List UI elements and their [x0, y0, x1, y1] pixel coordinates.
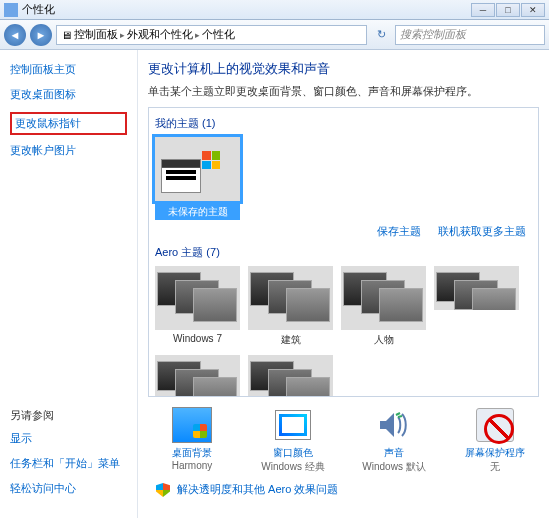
- sidebar-link-account-picture[interactable]: 更改帐户图片: [10, 143, 127, 158]
- breadcrumb-item[interactable]: 外观和个性化: [127, 27, 193, 42]
- see-also-taskbar[interactable]: 任务栏和「开始」菜单: [10, 456, 127, 471]
- window-title: 个性化: [22, 2, 471, 17]
- see-also-label: 另请参阅: [10, 408, 127, 423]
- toolbar: ◄ ► 🖥 控制面板 ▸ 外观和个性化 ▸ 个性化 ↻ 搜索控制面板: [0, 20, 549, 50]
- theme-architecture[interactable]: 建筑: [248, 266, 333, 347]
- theme-thumbnail: [248, 266, 333, 330]
- theme-caption: 建筑: [248, 333, 333, 347]
- setting-value: Harmony: [152, 460, 232, 471]
- theme-item[interactable]: [248, 355, 333, 397]
- settings-bar: 桌面背景 Harmony 窗口颜色 Windows 经典 声音 Windows …: [148, 397, 539, 478]
- search-placeholder: 搜索控制面板: [400, 27, 466, 42]
- refresh-button[interactable]: ↻: [371, 25, 391, 45]
- title-bar: 个性化 ─ □ ✕: [0, 0, 549, 20]
- troubleshoot-aero-link[interactable]: 解决透明度和其他 Aero 效果问题: [177, 483, 338, 495]
- aero-themes-label: Aero 主题 (7): [155, 245, 532, 260]
- page-subheading: 单击某个主题立即更改桌面背景、窗口颜色、声音和屏幕保护程序。: [148, 84, 539, 99]
- theme-unsaved[interactable]: 未保存的主题: [155, 137, 240, 220]
- screensaver-icon: [476, 408, 514, 442]
- setting-label: 桌面背景: [152, 446, 232, 460]
- theme-caption: Windows 7: [155, 333, 240, 344]
- sidebar-link-mouse-pointers[interactable]: 更改鼠标指针: [10, 112, 127, 135]
- setting-value: Windows 经典: [253, 460, 333, 474]
- window-color-icon: [275, 410, 311, 440]
- setting-label: 窗口颜色: [253, 446, 333, 460]
- my-themes-label: 我的主题 (1): [155, 116, 532, 131]
- setting-value: 无: [455, 460, 535, 474]
- desktop-background-button[interactable]: 桌面背景 Harmony: [152, 407, 232, 474]
- sounds-button[interactable]: 声音 Windows 默认: [354, 407, 434, 474]
- search-input[interactable]: 搜索控制面板: [395, 25, 545, 45]
- theme-thumbnail: [341, 266, 426, 330]
- breadcrumb[interactable]: 🖥 控制面板 ▸ 外观和个性化 ▸ 个性化: [56, 25, 367, 45]
- forward-button[interactable]: ►: [30, 24, 52, 46]
- breadcrumb-item[interactable]: 控制面板: [74, 27, 118, 42]
- setting-label: 屏幕保护程序: [455, 446, 535, 460]
- back-button[interactable]: ◄: [4, 24, 26, 46]
- get-more-themes-link[interactable]: 联机获取更多主题: [438, 225, 526, 237]
- maximize-button[interactable]: □: [496, 3, 520, 17]
- app-icon: [4, 3, 18, 17]
- breadcrumb-item[interactable]: 个性化: [202, 27, 235, 42]
- shield-icon: [156, 483, 170, 497]
- sidebar: 控制面板主页 更改桌面图标 更改鼠标指针 更改帐户图片 另请参阅 显示 任务栏和…: [0, 50, 138, 518]
- main-content: 更改计算机上的视觉效果和声音 单击某个主题立即更改桌面背景、窗口颜色、声音和屏幕…: [138, 50, 549, 518]
- see-also-display[interactable]: 显示: [10, 431, 127, 446]
- control-panel-home-link[interactable]: 控制面板主页: [10, 62, 127, 77]
- setting-value: Windows 默认: [354, 460, 434, 474]
- sound-icon: [374, 407, 414, 443]
- themes-panel: 我的主题 (1) 未保存的主题 保存主题 联机获取更多主题 Aero 主题 (7…: [148, 107, 539, 397]
- theme-characters[interactable]: 人物: [341, 266, 426, 347]
- troubleshoot-row: 解决透明度和其他 Aero 效果问题: [148, 478, 539, 501]
- setting-label: 声音: [354, 446, 434, 460]
- page-heading: 更改计算机上的视觉效果和声音: [148, 60, 539, 78]
- close-button[interactable]: ✕: [521, 3, 545, 17]
- desktop-background-icon: [172, 407, 212, 443]
- screensaver-button[interactable]: 屏幕保护程序 无: [455, 407, 535, 474]
- sidebar-link-desktop-icons[interactable]: 更改桌面图标: [10, 87, 127, 102]
- chevron-right-icon: ▸: [120, 30, 125, 40]
- theme-thumbnail: [434, 266, 519, 310]
- theme-thumbnail: [155, 355, 240, 397]
- monitor-icon: 🖥: [61, 29, 72, 41]
- theme-thumbnail: [155, 266, 240, 330]
- theme-item[interactable]: [434, 266, 519, 347]
- theme-thumbnail: [248, 355, 333, 397]
- theme-item[interactable]: [155, 355, 240, 397]
- see-also-ease-of-access[interactable]: 轻松访问中心: [10, 481, 127, 496]
- window-color-button[interactable]: 窗口颜色 Windows 经典: [253, 407, 333, 474]
- theme-caption: 人物: [341, 333, 426, 347]
- chevron-right-icon: ▸: [195, 30, 200, 40]
- theme-thumbnail: [155, 137, 240, 201]
- theme-windows7[interactable]: Windows 7: [155, 266, 240, 347]
- minimize-button[interactable]: ─: [471, 3, 495, 17]
- save-theme-link[interactable]: 保存主题: [377, 225, 421, 237]
- theme-caption: 未保存的主题: [155, 204, 240, 220]
